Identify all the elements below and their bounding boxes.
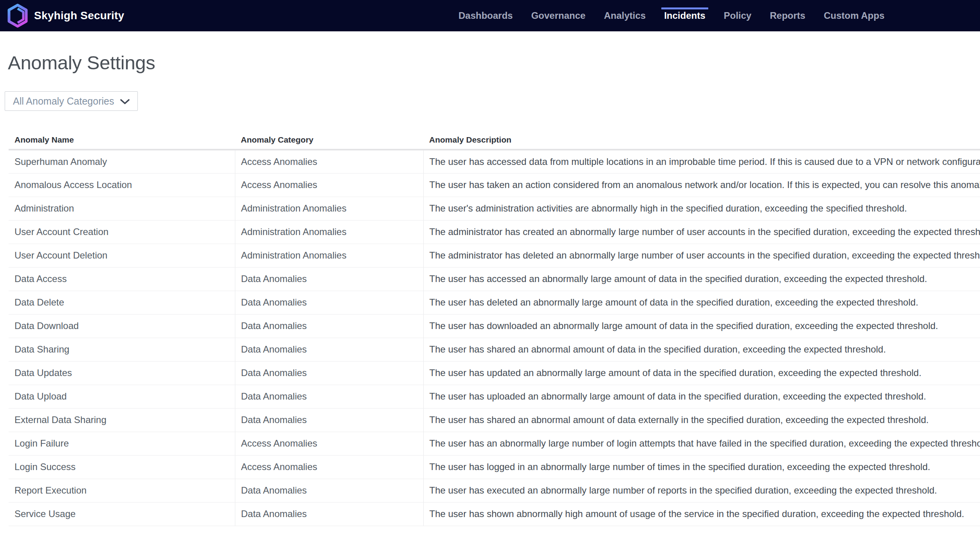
nav-item-label: Incidents <box>664 10 705 21</box>
anomaly-category-cell: Data Anomalies <box>235 479 423 502</box>
anomaly-table-body: Superhuman Anomaly Access Anomalies The … <box>9 150 980 526</box>
page-title: Anomaly Settings <box>8 52 980 74</box>
anomaly-description-cell: The administrator has deleted an abnorma… <box>423 244 980 267</box>
top-navbar: Skyhigh Security Dashboards Governance A… <box>0 0 980 31</box>
anomaly-category-cell: Data Anomalies <box>235 408 423 432</box>
table-row[interactable]: Superhuman Anomaly Access Anomalies The … <box>9 150 980 173</box>
table-row[interactable]: Data Sharing Data Anomalies The user has… <box>9 338 980 361</box>
table-row[interactable]: Anomalous Access Location Access Anomali… <box>9 173 980 197</box>
table-row[interactable]: Data Updates Data Anomalies The user has… <box>9 361 980 385</box>
column-header-anomaly-name: Anomaly Name <box>9 130 235 150</box>
anomaly-category-cell: Administration Anomalies <box>235 197 423 220</box>
anomaly-description-cell: The user has shared an abnormal amount o… <box>423 338 980 361</box>
anomaly-name-cell: External Data Sharing <box>9 408 235 432</box>
anomaly-description-cell: The user has shared an abnormal amount o… <box>423 408 980 432</box>
anomaly-category-cell: Data Anomalies <box>235 338 423 361</box>
nav-item-label: Governance <box>531 10 586 21</box>
anomaly-name-cell: Data Access <box>9 267 235 291</box>
anomaly-description-cell: The user has logged in an abnormally lar… <box>423 455 980 479</box>
nav-item-dashboards[interactable]: Dashboards <box>458 0 513 31</box>
anomaly-name-cell: Administration <box>9 197 235 220</box>
anomaly-name-cell: Service Usage <box>9 502 235 526</box>
anomaly-table-header: Anomaly Name Anomaly Category Anomaly De… <box>9 130 980 150</box>
nav-item-analytics[interactable]: Analytics <box>604 0 646 31</box>
anomaly-category-cell: Access Anomalies <box>235 173 423 197</box>
table-row[interactable]: User Account Creation Administration Ano… <box>9 220 980 244</box>
nav-item-custom-apps[interactable]: Custom Apps <box>824 0 884 31</box>
anomaly-name-cell: Report Execution <box>9 479 235 502</box>
anomaly-name-cell: Data Sharing <box>9 338 235 361</box>
anomaly-name-cell: Data Updates <box>9 361 235 385</box>
table-row[interactable]: External Data Sharing Data Anomalies The… <box>9 408 980 432</box>
table-row[interactable]: User Account Deletion Administration Ano… <box>9 244 980 267</box>
anomaly-name-cell: Login Failure <box>9 432 235 455</box>
table-row[interactable]: Service Usage Data Anomalies The user ha… <box>9 502 980 526</box>
anomaly-name-cell: User Account Creation <box>9 220 235 244</box>
table-row[interactable]: Login Failure Access Anomalies The user … <box>9 432 980 455</box>
main-content: Anomaly Settings All Anomaly Categories … <box>0 52 980 526</box>
primary-nav: Dashboards Governance Analytics Incident… <box>458 0 884 31</box>
anomaly-category-filter-dropdown[interactable]: All Anomaly Categories <box>5 91 138 111</box>
nav-item-incidents[interactable]: Incidents <box>664 0 705 31</box>
anomaly-description-cell: The user's administration activities are… <box>423 197 980 220</box>
nav-item-policy[interactable]: Policy <box>724 0 752 31</box>
anomaly-description-cell: The user has deleted an abnormally large… <box>423 291 980 314</box>
filter-label: All Anomaly Categories <box>13 96 114 107</box>
brand-name: Skyhigh Security <box>34 9 124 22</box>
anomaly-name-cell: Data Download <box>9 314 235 338</box>
anomaly-name-cell: Data Delete <box>9 291 235 314</box>
anomaly-category-cell: Administration Anomalies <box>235 220 423 244</box>
anomaly-description-cell: The user has updated an abnormally large… <box>423 361 980 385</box>
nav-item-label: Analytics <box>604 10 646 21</box>
chevron-down-icon <box>120 99 130 105</box>
anomaly-category-cell: Access Anomalies <box>235 455 423 479</box>
nav-item-governance[interactable]: Governance <box>531 0 586 31</box>
table-row[interactable]: Data Upload Data Anomalies The user has … <box>9 385 980 408</box>
anomaly-category-cell: Data Anomalies <box>235 267 423 291</box>
anomaly-category-cell: Data Anomalies <box>235 502 423 526</box>
anomaly-category-cell: Access Anomalies <box>235 150 423 173</box>
anomaly-category-cell: Access Anomalies <box>235 432 423 455</box>
nav-item-label: Custom Apps <box>824 10 884 21</box>
anomaly-category-cell: Administration Anomalies <box>235 244 423 267</box>
anomaly-name-cell: Anomalous Access Location <box>9 173 235 197</box>
table-row[interactable]: Report Execution Data Anomalies The user… <box>9 479 980 502</box>
anomaly-description-cell: The user has shown abnormally high amoun… <box>423 502 980 526</box>
nav-item-reports[interactable]: Reports <box>770 0 805 31</box>
column-header-anomaly-description: Anomaly Description <box>423 130 980 150</box>
anomaly-category-cell: Data Anomalies <box>235 385 423 408</box>
skyhigh-logo-icon <box>6 4 29 28</box>
anomaly-description-cell: The user has executed an abnormally larg… <box>423 479 980 502</box>
anomaly-description-cell: The user has uploaded an abnormally larg… <box>423 385 980 408</box>
anomaly-name-cell: User Account Deletion <box>9 244 235 267</box>
anomaly-description-cell: The user has taken an action considered … <box>423 173 980 197</box>
column-header-anomaly-category: Anomaly Category <box>235 130 423 150</box>
table-row[interactable]: Data Download Data Anomalies The user ha… <box>9 314 980 338</box>
nav-item-label: Policy <box>724 10 752 21</box>
nav-item-label: Reports <box>770 10 805 21</box>
table-row[interactable]: Data Access Data Anomalies The user has … <box>9 267 980 291</box>
table-row[interactable]: Administration Administration Anomalies … <box>9 197 980 220</box>
anomaly-description-cell: The user has downloaded an abnormally la… <box>423 314 980 338</box>
anomaly-name-cell: Data Upload <box>9 385 235 408</box>
anomaly-table: Anomaly Name Anomaly Category Anomaly De… <box>9 130 980 526</box>
anomaly-category-cell: Data Anomalies <box>235 291 423 314</box>
table-row[interactable]: Data Delete Data Anomalies The user has … <box>9 291 980 314</box>
anomaly-description-cell: The administrator has created an abnorma… <box>423 220 980 244</box>
anomaly-description-cell: The user has an abnormally large number … <box>423 432 980 455</box>
nav-item-label: Dashboards <box>458 10 513 21</box>
anomaly-category-cell: Data Anomalies <box>235 361 423 385</box>
table-row[interactable]: Login Success Access Anomalies The user … <box>9 455 980 479</box>
anomaly-description-cell: The user has accessed data from multiple… <box>423 150 980 173</box>
anomaly-name-cell: Superhuman Anomaly <box>9 150 235 173</box>
anomaly-category-cell: Data Anomalies <box>235 314 423 338</box>
anomaly-description-cell: The user has accessed an abnormally larg… <box>423 267 980 291</box>
anomaly-name-cell: Login Success <box>9 455 235 479</box>
brand[interactable]: Skyhigh Security <box>6 0 124 31</box>
